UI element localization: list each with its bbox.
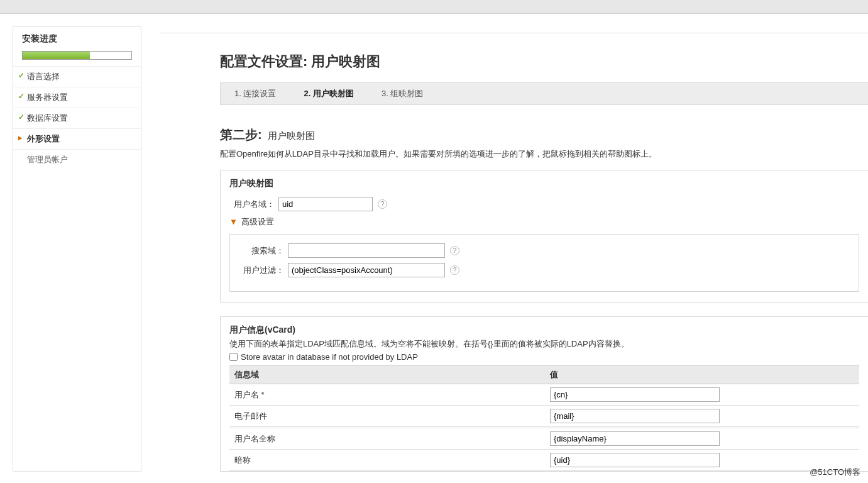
table-row: 电子邮件 (229, 406, 859, 427)
help-icon[interactable]: ? (450, 265, 459, 275)
progress-fill (23, 52, 90, 59)
sidebar-step-admin[interactable]: 管理员帐户 (13, 150, 141, 170)
vcard-desc: 使用下面的表单指定LDAP域匹配信息域。域为空将不能被映射。在括号{}里面的值将… (229, 338, 859, 350)
step-label: 服务器设置 (27, 92, 68, 102)
arrow-icon: ▸ (18, 133, 22, 142)
vcard-email-input[interactable] (550, 409, 720, 423)
main-content: 配置文件设置: 用户映射图 1. 连接设置 2. 用户映射图 3. 组映射图 第… (160, 33, 868, 472)
vcard-title: 用户信息(vCard) (229, 325, 859, 336)
subtabs: 1. 连接设置 2. 用户映射图 3. 组映射图 (220, 82, 868, 105)
sidebar-step-database[interactable]: ✓ 数据库设置 (13, 108, 141, 129)
field-label: 暗称 (229, 450, 545, 471)
username-field-input[interactable] (278, 197, 373, 211)
sidebar-step-profile[interactable]: ▸ 外形设置 (13, 129, 141, 150)
field-label: 用户名 * (229, 384, 545, 406)
user-mapping-panel: 用户映射图 用户名域： ? ▼ 高级设置 搜索域： ? 用户过滤： (220, 170, 868, 303)
step-subheading: 用户映射图 (268, 130, 315, 141)
check-icon: ✓ (18, 92, 25, 101)
vcard-name-input[interactable] (550, 387, 720, 402)
window-topbar (0, 0, 868, 14)
table-row: 暗称 (229, 450, 859, 471)
search-fields-input[interactable] (288, 243, 445, 258)
user-filter-input[interactable] (288, 263, 445, 277)
step-heading: 第二步: (220, 128, 262, 142)
username-field-label: 用户名域： (229, 199, 278, 210)
triangle-down-icon: ▼ (229, 217, 238, 226)
advanced-panel: 搜索域： ? 用户过滤： ? (229, 234, 859, 292)
advanced-toggle[interactable]: ▼ 高级设置 (229, 216, 859, 228)
tab-connection[interactable]: 1. 连接设置 (221, 83, 290, 104)
user-filter-label: 用户过滤： (239, 265, 288, 276)
advanced-label: 高级设置 (241, 217, 274, 226)
step-label: 数据库设置 (27, 113, 68, 123)
help-icon[interactable]: ? (378, 199, 387, 209)
setup-sidebar: 安装进度 ✓ 语言选择 ✓ 服务器设置 ✓ 数据库设置 ▸ 外形设置 管理员帐户 (13, 26, 141, 472)
col-field-header: 信息域 (229, 366, 545, 384)
sidebar-step-server[interactable]: ✓ 服务器设置 (13, 87, 141, 108)
field-label: 用户名全称 (229, 428, 545, 450)
sidebar-title: 安装进度 (13, 33, 141, 48)
step-label: 外形设置 (27, 134, 60, 143)
vcard-table: 信息域 值 用户名 * 电子邮件 用户名全称 (229, 365, 859, 471)
col-value-header: 值 (545, 366, 859, 384)
search-fields-label: 搜索域： (239, 245, 288, 257)
store-avatar-label: Store avatar in database if not provided… (241, 352, 418, 362)
table-row: 用户名 * (229, 384, 859, 406)
step-label: 语言选择 (27, 72, 60, 81)
tab-user-mapping[interactable]: 2. 用户映射图 (290, 83, 367, 104)
store-avatar-checkbox[interactable] (229, 353, 238, 361)
step-label: 管理员帐户 (27, 155, 68, 164)
vcard-nickname-input[interactable] (550, 453, 720, 467)
field-label: 电子邮件 (229, 406, 545, 427)
help-icon[interactable]: ? (450, 246, 459, 255)
panel-title: 用户映射图 (229, 178, 859, 189)
page-title: 配置文件设置: 用户映射图 (220, 52, 868, 71)
tab-group-mapping[interactable]: 3. 组映射图 (368, 83, 437, 104)
vcard-panel: 用户信息(vCard) 使用下面的表单指定LDAP域匹配信息域。域为空将不能被映… (220, 316, 868, 472)
vcard-fullname-input[interactable] (550, 431, 720, 446)
sidebar-step-language[interactable]: ✓ 语言选择 (13, 67, 141, 87)
table-row: 用户名全称 (229, 428, 859, 450)
check-icon: ✓ (18, 71, 25, 80)
watermark: @51CTO博客 (810, 467, 860, 472)
sidebar-steps: ✓ 语言选择 ✓ 服务器设置 ✓ 数据库设置 ▸ 外形设置 管理员帐户 (13, 66, 141, 170)
step-description: 配置Openfire如何从LDAP目录中寻找和加载用户。如果需要对所填的选项进一… (220, 148, 868, 160)
check-icon: ✓ (18, 113, 25, 121)
progress-bar (22, 51, 132, 60)
